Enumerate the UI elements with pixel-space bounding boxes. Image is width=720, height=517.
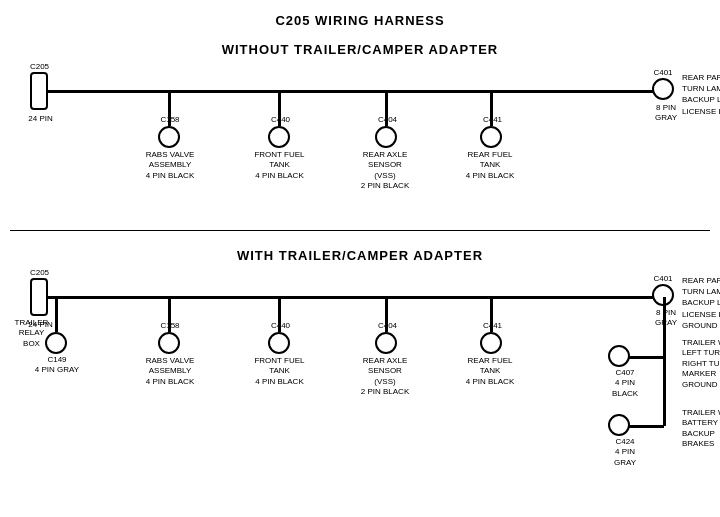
c149-connector [45, 332, 67, 354]
c158-bot-label-top: C158 [155, 321, 185, 331]
c441-top-label-bottom: REAR FUELTANK4 PIN BLACK [460, 150, 520, 181]
c401-top-label-top: C401 [648, 68, 678, 78]
bottom-section-label: WITH TRAILER/CAMPER ADAPTER [160, 248, 560, 263]
c440-bot-label-bottom: FRONT FUELTANK4 PIN BLACK [252, 356, 307, 387]
section-divider [10, 230, 710, 231]
c158-bot-label-bottom: RABS VALVEASSEMBLY4 PIN BLACK [140, 356, 200, 387]
c441-bot-label-top: C441 [475, 321, 510, 331]
bot-main-hline [45, 296, 667, 299]
c401-top-connector [652, 78, 674, 100]
right-branch-vline2 [663, 356, 666, 426]
c407-label-bottom: C4074 PINBLACK [600, 368, 650, 399]
c404-top-connector [375, 126, 397, 148]
c424-label-right: TRAILER WIRESBATTERY CHARGEBACKUPBRAKES [682, 408, 720, 450]
c205-top-label-top: C205 [22, 62, 57, 72]
top-section-label: WITHOUT TRAILER/CAMPER ADAPTER [160, 42, 560, 57]
c440-top-label-top: C440 [263, 115, 298, 125]
c441-bot-label-bottom: REAR FUELTANK4 PIN BLACK [460, 356, 520, 387]
c401-bot-label-top: C401 [648, 274, 678, 284]
c205-top-label-bottom: 24 PIN [18, 114, 63, 124]
c441-top-connector [480, 126, 502, 148]
c205-top-connector [30, 72, 48, 110]
c205-bot-label-top: C205 [22, 268, 57, 278]
c424-label-bottom: C4244 PINGRAY [600, 437, 650, 468]
c158-top-connector [158, 126, 180, 148]
right-branch-vline [663, 297, 666, 357]
c401-bot-label-right: REAR PARK/STOPTURN LAMPSBACKUP LAMPSLICE… [682, 275, 720, 331]
c404-top-label-bottom: REAR AXLESENSOR(VSS)2 PIN BLACK [355, 150, 415, 192]
c404-bot-label-bottom: REAR AXLESENSOR(VSS)2 PIN BLACK [355, 356, 415, 398]
c401-top-label-right: REAR PARK/STOPTURN LAMPSBACKUP LAMPSLICE… [682, 72, 720, 117]
c149-vline [55, 297, 58, 332]
c404-bot-connector [375, 332, 397, 354]
c401-bot-label-bottom: 8 PINGRAY [646, 308, 686, 329]
c407-connector [608, 345, 630, 367]
c205-bot-connector [30, 278, 48, 316]
c440-top-label-bottom: FRONT FUELTANK4 PIN BLACK [252, 150, 307, 181]
page-title: C205 WIRING HARNESS [0, 5, 720, 28]
c441-bot-connector [480, 332, 502, 354]
c158-top-label-top: C158 [155, 115, 185, 125]
c440-top-connector [268, 126, 290, 148]
c404-bot-label-top: C404 [370, 321, 405, 331]
c440-bot-connector [268, 332, 290, 354]
diagram-area: C205 WIRING HARNESS WITHOUT TRAILER/CAMP… [0, 0, 720, 509]
c441-top-label-top: C441 [475, 115, 510, 125]
c401-top-label-bottom: 8 PINGRAY [646, 103, 686, 124]
c158-top-label-bottom: RABS VALVEASSEMBLY4 PIN BLACK [140, 150, 200, 181]
c440-bot-label-top: C440 [263, 321, 298, 331]
c404-top-label-top: C404 [370, 115, 405, 125]
c407-label-right: TRAILER WIRESLEFT TURNRIGHT TURNMARKERGR… [682, 338, 720, 390]
c149-label: C1494 PIN GRAY [32, 355, 82, 376]
top-main-hline [45, 90, 667, 93]
c424-connector [608, 414, 630, 436]
c158-bot-connector [158, 332, 180, 354]
